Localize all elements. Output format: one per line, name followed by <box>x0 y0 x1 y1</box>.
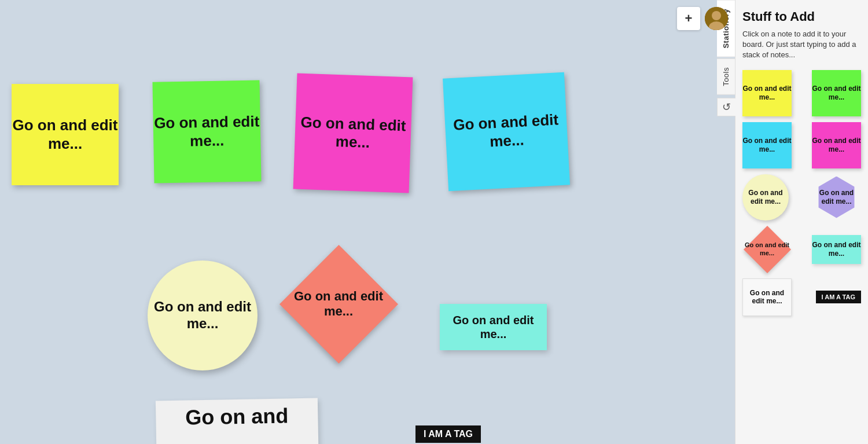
stat-diamond-text: Go on and edit me... <box>742 241 792 256</box>
note-green-text: Go on and edit me... <box>153 113 260 151</box>
toolbar: + <box>677 7 728 30</box>
canvas-tag-text: I AM A TAG <box>424 429 473 439</box>
note-yellow-text: Go on and edit me... <box>12 116 119 152</box>
stationery-row-1: Go on and edit me... Go on and edit me..… <box>742 70 861 116</box>
stat-circle-text: Go on and edit me... <box>742 189 789 206</box>
stat-hexagon-wrapper: Go on and edit me... <box>812 174 861 221</box>
note-diamond-text: Go on and edit me... <box>284 289 393 320</box>
note-cyan-text: Go on and edit me... <box>445 111 568 153</box>
canvas[interactable]: + Go on and edit me... Go on and edit me… <box>0 0 735 444</box>
stat-item-cyan[interactable]: Go on and edit me... <box>742 122 792 168</box>
stat-rect[interactable]: Go on and edit me... <box>812 235 861 264</box>
note-rect-small[interactable]: Go on and edit me... <box>440 304 547 350</box>
stat-item-diamond[interactable]: Go on and edit me... <box>742 226 792 273</box>
note-yellow[interactable]: Go on and edit me... <box>12 84 119 185</box>
note-green[interactable]: Go on and edit me... <box>152 80 261 183</box>
stat-hexagon-text: Go on and edit me... <box>816 189 858 206</box>
sidebar: Stationery Tools ↺ Stuff to Add Click on… <box>735 0 868 444</box>
stat-cyan-text: Go on and edit me... <box>742 137 792 153</box>
note-circle[interactable]: Go on and edit me... <box>148 260 258 370</box>
sidebar-description: Click on a note to add it to your board.… <box>742 29 861 61</box>
stat-tag-text: I AM A TAG <box>822 293 855 300</box>
undo-button[interactable]: ↺ <box>717 98 735 116</box>
stat-pink[interactable]: Go on and edit me... <box>812 122 861 168</box>
stat-item-yellow[interactable]: Go on and edit me... <box>742 70 792 116</box>
stat-item-pink[interactable]: Go on and edit me... <box>812 122 861 168</box>
stat-white[interactable]: Go on and edit me... <box>742 278 792 316</box>
stat-white-text: Go on and edit me... <box>743 289 791 306</box>
svg-point-1 <box>712 11 721 20</box>
stat-item-green[interactable]: Go on and edit me... <box>812 70 861 116</box>
sidebar-content: Stuff to Add Click on a note to add it t… <box>735 0 868 444</box>
note-partial-text: Go on and <box>185 403 289 430</box>
canvas-tag[interactable]: I AM A TAG <box>415 425 481 443</box>
note-cyan[interactable]: Go on and edit me... <box>443 72 570 192</box>
stat-item-tag[interactable]: I AM A TAG <box>816 278 861 316</box>
note-diamond-wrapper[interactable]: Go on and edit me... <box>284 249 393 359</box>
stat-pink-text: Go on and edit me... <box>812 137 861 153</box>
stationery-row-4: Go on and edit me... Go on and edit me..… <box>742 226 861 273</box>
stationery-row-5: Go on and edit me... I AM A TAG <box>742 278 861 316</box>
note-rect-small-text: Go on and edit me... <box>440 313 547 341</box>
note-pink[interactable]: Go on and edit me... <box>293 74 413 193</box>
stat-item-circle[interactable]: Go on and edit me... <box>742 174 789 221</box>
stationery-row-3: Go on and edit me... Go on and edit me..… <box>742 174 861 221</box>
avatar[interactable] <box>705 7 728 30</box>
stat-hexagon[interactable]: Go on and edit me... <box>816 177 858 218</box>
note-circle-text: Go on and edit me... <box>148 299 258 332</box>
stat-yellow[interactable]: Go on and edit me... <box>742 70 792 116</box>
stationery-row-2: Go on and edit me... Go on and edit me..… <box>742 122 861 168</box>
add-button[interactable]: + <box>677 7 700 30</box>
note-pink-text: Go on and edit me... <box>295 113 411 153</box>
stat-green[interactable]: Go on and edit me... <box>812 70 861 116</box>
stat-yellow-text: Go on and edit me... <box>742 85 792 101</box>
stat-cyan[interactable]: Go on and edit me... <box>742 122 792 168</box>
stat-item-white[interactable]: Go on and edit me... <box>742 278 792 316</box>
stat-diamond-wrapper: Go on and edit me... <box>742 226 792 273</box>
sidebar-title: Stuff to Add <box>742 9 861 24</box>
stat-tag[interactable]: I AM A TAG <box>816 291 861 303</box>
stat-circle[interactable]: Go on and edit me... <box>742 174 789 221</box>
stat-rect-text: Go on and edit me... <box>812 241 861 258</box>
tab-tools[interactable]: Tools <box>717 58 735 95</box>
note-partial[interactable]: Go on and <box>156 398 319 444</box>
stat-item-hexagon[interactable]: Go on and edit me... <box>812 174 861 221</box>
stat-green-text: Go on and edit me... <box>812 85 861 101</box>
stat-item-rect-small[interactable]: Go on and edit me... <box>812 226 861 273</box>
